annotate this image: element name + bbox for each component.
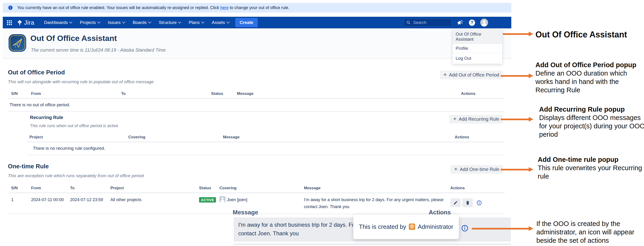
- menu-item-log-out[interactable]: Log Out: [452, 53, 502, 64]
- plus-icon: [444, 72, 447, 78]
- status-badge: ACTIVE: [199, 197, 216, 202]
- jira-mark-icon: [17, 20, 22, 26]
- jira-logo-text: Jira: [24, 19, 34, 26]
- annotation-add-one-time-rule: Add One-time rule popup This rule overwr…: [538, 155, 644, 180]
- col-header-sn: S/N: [8, 91, 28, 96]
- nav-item-label: Plans: [188, 20, 200, 25]
- server-time-text: The current server time is 11/Jul/24 08:…: [31, 47, 166, 53]
- nav-item-boards[interactable]: Boards: [133, 20, 151, 25]
- chevron-down-icon: [69, 20, 72, 24]
- row-from: 2024-07-11 00:00: [28, 193, 67, 214]
- col-header-to: To: [118, 91, 208, 96]
- one-time-rule-title: One-time Rule: [8, 163, 511, 170]
- col-header-to: To: [67, 186, 108, 190]
- chevron-down-icon: [97, 20, 100, 24]
- covering-avatar: [220, 196, 226, 202]
- col-header-from: From: [28, 186, 67, 190]
- col-header-sn: S/N: [8, 186, 28, 190]
- menu-item-out-of-office-assistant[interactable]: Out Of Office Assistant: [452, 30, 502, 44]
- row-message: I'm away for a short business trip for 2…: [301, 193, 448, 214]
- annotation-title: Add Recurring Rule popup: [539, 105, 644, 113]
- nav-item-label: Issues: [108, 20, 121, 25]
- chevron-down-icon: [226, 20, 230, 24]
- banner-text-before: You currently have an out of office rule…: [17, 5, 220, 10]
- add-ooo-period-label: Add Out of Office Period: [449, 72, 499, 78]
- add-one-time-rule-label: Add One-time Rule: [460, 167, 499, 172]
- arrow-to-add-recurring-rule-annotation: [501, 118, 529, 120]
- banner-here-link[interactable]: here: [220, 5, 229, 10]
- trash-icon: [465, 200, 470, 205]
- ooo-period-title: Out of Office Period: [8, 69, 511, 76]
- nav-item-issues[interactable]: Issues: [108, 20, 125, 25]
- nav-item-projects[interactable]: Projects: [80, 20, 100, 25]
- add-ooo-period-button[interactable]: Add Out of Office Period: [440, 71, 503, 79]
- recurring-rule-table: Project Covering Message Actions There i…: [27, 135, 505, 155]
- chevron-down-icon: [201, 20, 204, 24]
- col-header-message: Message: [234, 91, 458, 96]
- ooo-period-description: This will run alongside with recurring r…: [8, 79, 511, 84]
- recurring-rule-title: Recurring Rule: [30, 115, 505, 120]
- annotation-body: If the OOO is created by the administrat…: [536, 219, 644, 244]
- nav-right: ?: [404, 19, 488, 27]
- paper-plane-app-icon: [8, 34, 26, 52]
- ooo-period-table: S/N From To Status Message Actions There…: [8, 91, 505, 112]
- announcement-icon[interactable]: [457, 19, 464, 26]
- ooo-period-empty-text: There is no out of office period.: [8, 99, 505, 111]
- page-title: Out Of Office Assistant: [30, 34, 117, 43]
- add-one-time-rule-button[interactable]: Add One-time Rule: [450, 165, 503, 174]
- search-input[interactable]: [413, 20, 444, 25]
- annotation-body: Displays different OOO messages for your…: [539, 113, 644, 139]
- magnified-bottom-rule: [234, 244, 511, 244]
- annotation-title: Add Out of Office Period popup: [536, 61, 642, 69]
- recurring-rule-description: This rule runs when out of office period…: [30, 124, 505, 128]
- section-one-time-rule: One-time Rule This are exception rule wh…: [3, 163, 511, 214]
- search-icon: [406, 20, 411, 25]
- magnified-info-icon[interactable]: [461, 225, 468, 233]
- admin-created-info-icon[interactable]: [476, 200, 482, 205]
- annotation-title: Add One-time rule popup: [538, 155, 644, 164]
- admin-badge-icon: [408, 223, 416, 230]
- row-project: All other projects: [108, 193, 196, 214]
- banner-text-after: to change your out of office rule.: [229, 5, 290, 10]
- nav-item-plans[interactable]: Plans: [188, 20, 204, 25]
- nav-item-assets[interactable]: Assets: [212, 20, 229, 25]
- user-dropdown-menu: Out Of Office Assistant Profile Log Out: [452, 30, 502, 64]
- row-to: 2024-07-12 23:59: [67, 193, 108, 214]
- chevron-down-icon: [122, 20, 125, 24]
- col-header-message: Message: [301, 186, 448, 190]
- app-switcher-icon[interactable]: [7, 20, 12, 25]
- magnified-message-header: Message: [233, 209, 258, 216]
- create-button[interactable]: Create: [235, 18, 258, 27]
- help-icon[interactable]: ?: [469, 20, 475, 26]
- delete-button[interactable]: [462, 198, 473, 207]
- chevron-down-icon: [148, 20, 151, 24]
- pencil-icon: [453, 200, 458, 205]
- page: You currently have an out of office rule…: [0, 0, 644, 246]
- annotation-add-ooo-period: Add Out of Office Period popup Define an…: [536, 61, 642, 94]
- annotation-ooo-assistant: Out Of Office Assistant: [536, 30, 642, 40]
- nav-item-structure[interactable]: Structure: [159, 20, 181, 25]
- row-actions: [448, 193, 505, 214]
- nav-item-label: Dashboards: [44, 20, 68, 25]
- arrow-to-admin-icon-annotation: [472, 228, 529, 229]
- tooltip-user: Administrator: [418, 223, 453, 230]
- tooltip-text: This is created by: [359, 223, 406, 230]
- col-header-actions: Actions: [448, 186, 505, 190]
- recurring-rule-empty-text: There is no recurring rule configured.: [27, 142, 505, 155]
- col-header-status: Status: [196, 186, 217, 190]
- admin-created-tooltip: This is created by Administrator: [353, 214, 459, 239]
- top-navbar: Jira Dashboards Projects Issues Boards S…: [3, 17, 511, 28]
- nav-item-label: Assets: [212, 20, 225, 25]
- menu-item-profile[interactable]: Profile: [452, 44, 502, 53]
- jira-logo[interactable]: Jira: [17, 19, 34, 26]
- annotation-add-recurring-rule: Add Recurring Rule popup Displays differ…: [539, 105, 644, 139]
- table-divider: [27, 155, 505, 155]
- arrow-to-add-one-time-rule-annotation: [501, 169, 529, 170]
- user-avatar[interactable]: [480, 19, 488, 27]
- edit-button[interactable]: [450, 198, 461, 207]
- annotation-admin-icon: If the OOO is created by the administrat…: [536, 219, 644, 244]
- annotation-title: Out Of Office Assistant: [536, 30, 642, 40]
- add-recurring-rule-button[interactable]: Add Recurring Rule: [449, 115, 503, 124]
- nav-item-label: Structure: [159, 20, 176, 25]
- nav-item-dashboards[interactable]: Dashboards: [44, 20, 72, 25]
